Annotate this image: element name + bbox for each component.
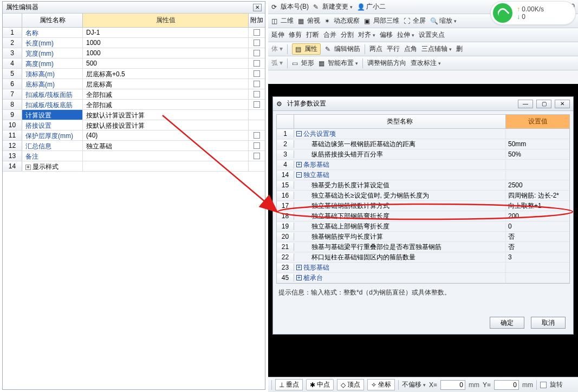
expand-icon[interactable]: + <box>296 275 302 280</box>
param-group-row[interactable]: 23+筏形基础 <box>277 263 569 273</box>
tb-new-change[interactable]: ✎新建变更▾ <box>313 2 353 11</box>
close-icon[interactable]: ✕ <box>555 100 570 108</box>
param-row[interactable]: 19独立基础上部钢筋弯折长度0 <box>277 221 569 232</box>
tb-properties[interactable]: ▤属性 <box>292 43 321 55</box>
tb-version[interactable]: ⟳版本号(B) <box>271 2 309 11</box>
tb-full[interactable]: ⛶全屏 <box>404 16 426 25</box>
tb-local3d[interactable]: ▣局部三维 <box>364 16 399 25</box>
tb-grip[interactable]: 设置夹点 <box>419 30 445 40</box>
tb-smart-layout[interactable]: ▦智能布置▾ <box>319 58 358 68</box>
tb-2d[interactable]: ◫二维 <box>271 16 294 25</box>
minimize-icon[interactable]: — <box>518 100 533 108</box>
param-value[interactable]: 0 <box>506 223 569 230</box>
attr-value[interactable] <box>83 151 249 161</box>
param-value[interactable]: 向上取整+1 <box>506 201 569 211</box>
property-row[interactable]: 13备注 <box>3 151 265 161</box>
extra-check[interactable] <box>254 142 260 149</box>
param-value[interactable]: 200 <box>506 212 569 220</box>
param-value[interactable]: 2500 <box>506 181 569 189</box>
attr-value[interactable]: 按默认搭接设置计算 <box>83 120 249 130</box>
extra-check[interactable] <box>254 153 260 159</box>
attr-value[interactable]: 独立基础 <box>83 141 249 151</box>
tb-point-angle[interactable]: 点角 <box>404 44 417 54</box>
param-group-row[interactable]: 1−公共设置项 <box>277 129 569 139</box>
tb-adjust-rebar-dir[interactable]: 调整钢筋方向 <box>367 58 406 68</box>
param-group-row[interactable]: 14−独立基础 <box>277 170 569 180</box>
col-set-value[interactable]: 设置值 <box>506 115 569 128</box>
param-value[interactable]: 50% <box>506 151 569 158</box>
expand-icon[interactable]: − <box>296 172 302 178</box>
dialog-titlebar[interactable]: ⚙ 计算参数设置 — ▢ ✕ <box>273 97 573 111</box>
extra-check[interactable] <box>254 40 260 46</box>
extra-check[interactable] <box>254 132 260 139</box>
tb-orbit[interactable]: ✶动态观察 <box>324 16 360 25</box>
tb-break[interactable]: 打断 <box>306 30 319 40</box>
param-row[interactable]: 21独基与基础梁平行重叠部位是否布置独基钢筋否 <box>277 242 569 252</box>
property-row[interactable]: 5顶标高(m)层底标高+0.5 <box>3 69 265 79</box>
tb-zoom[interactable]: 🔍缩放▾ <box>430 16 457 25</box>
ok-button[interactable]: 确定 <box>490 317 524 329</box>
param-group-row[interactable]: 4+条形基础 <box>277 160 569 170</box>
x-input[interactable] <box>440 380 465 390</box>
network-status-pill[interactable]: ↑ 0.00K/s ↓ 0 <box>490 1 576 25</box>
attr-value[interactable]: DJ-1 <box>83 28 249 37</box>
property-row[interactable]: 2长度(mm)1000 <box>3 38 265 48</box>
attr-value[interactable]: 500 <box>83 58 249 68</box>
expand-icon[interactable]: + <box>296 162 302 167</box>
attr-value[interactable]: 1000 <box>83 38 249 48</box>
attr-value[interactable]: 全部扣减 <box>83 100 249 109</box>
property-row[interactable]: 11保护层厚度(mm)(40) <box>3 130 265 141</box>
param-row[interactable]: 17独立基础钢筋根数计算方式向上取整+1 <box>277 201 569 211</box>
tb-extend[interactable]: 延伸 <box>271 30 284 40</box>
property-row[interactable]: 7扣减板/筏板面筋全部扣减 <box>3 89 265 100</box>
snap-vertex[interactable]: ◇顶点 <box>337 379 364 390</box>
param-value[interactable]: 50mm <box>506 140 569 148</box>
param-row[interactable]: 2基础边缘第一根钢筋距基础边的距离50mm <box>277 139 569 149</box>
property-row[interactable]: 6底标高(m)层底标高 <box>3 79 265 89</box>
param-value[interactable]: 四周钢筋: 边长-2* <box>506 191 569 200</box>
attr-value[interactable]: 1000 <box>83 48 249 58</box>
tb-stretch[interactable]: 拉伸▾ <box>397 30 414 40</box>
property-row[interactable]: 1名称DJ-1 <box>3 28 265 38</box>
snap-mid[interactable]: ✱中点 <box>306 379 334 390</box>
tb-rect[interactable]: ▭矩形 <box>292 58 314 68</box>
expand-icon[interactable]: + <box>25 165 31 170</box>
property-row[interactable]: 9计算设置按默认计算设置计算 <box>3 110 265 120</box>
extra-check[interactable] <box>254 101 260 108</box>
tb-user[interactable]: 👤广小二 <box>357 2 386 11</box>
param-row[interactable]: 18独立基础下部钢筋弯折长度200 <box>277 211 569 221</box>
param-value[interactable]: 3 <box>506 253 569 261</box>
tb-delete[interactable]: 删 <box>456 44 463 54</box>
tb-edit-rebar[interactable]: ✎编辑钢筋 <box>325 44 360 54</box>
property-row[interactable]: 3宽度(mm)1000 <box>3 48 265 58</box>
param-row[interactable]: 15独基受力筋长度计算设定值2500 <box>277 180 569 191</box>
tb-parallel[interactable]: 平行 <box>387 44 400 54</box>
extra-check[interactable] <box>254 50 260 56</box>
tb-trim[interactable]: 修剪 <box>289 30 302 40</box>
tb-align[interactable]: 对齐▾ <box>358 30 375 40</box>
close-icon[interactable]: ✕ <box>253 4 262 11</box>
tb-check-annotation[interactable]: 查改标注▾ <box>411 58 441 68</box>
extra-check[interactable] <box>254 70 260 77</box>
property-row[interactable]: 8扣减板/筏板底筋全部扣减 <box>3 100 265 110</box>
param-row[interactable]: 3纵筋搭接接头错开百分率50% <box>277 149 569 160</box>
property-row[interactable]: 10搭接设置按默认搭接设置计算 <box>3 120 265 130</box>
tb-split[interactable]: 分割 <box>341 30 354 40</box>
maximize-icon[interactable]: ▢ <box>536 100 551 108</box>
extra-check[interactable] <box>254 91 260 97</box>
tb-merge[interactable]: 合并 <box>323 30 336 40</box>
expand-icon[interactable]: − <box>296 131 302 136</box>
tb-offset[interactable]: 偏移 <box>380 30 393 40</box>
param-row[interactable]: 16独立基础边长≥设定值时, 受力钢筋长度为四周钢筋: 边长-2* <box>277 191 569 201</box>
rotate-check[interactable] <box>540 382 547 388</box>
tb-top[interactable]: ▦俯视 <box>298 16 320 25</box>
attr-value[interactable] <box>83 161 249 171</box>
expand-icon[interactable]: + <box>296 265 302 270</box>
property-row[interactable]: 14+显示样式 <box>3 161 265 172</box>
y-input[interactable] <box>494 380 519 390</box>
snap-perp[interactable]: ⊥垂点 <box>275 379 303 390</box>
offset-mode[interactable]: 不偏移▾ <box>402 380 426 389</box>
param-value[interactable]: 否 <box>506 232 569 241</box>
attr-value[interactable]: 层底标高+0.5 <box>83 69 249 79</box>
attr-value[interactable]: (40) <box>83 130 249 140</box>
